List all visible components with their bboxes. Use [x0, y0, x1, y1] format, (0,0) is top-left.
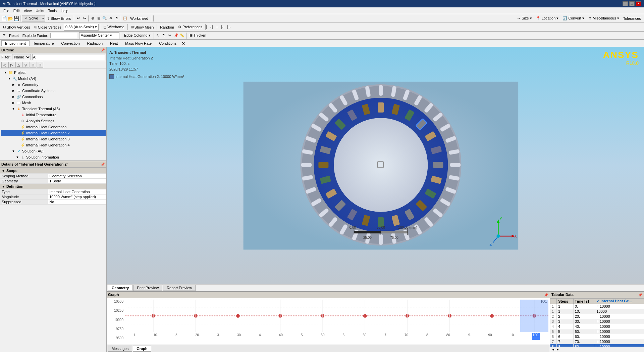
menu-tools[interactable]: Tools	[46, 8, 59, 13]
tabular-row-5[interactable]: 4 4 40. = 10000	[550, 324, 644, 329]
graph-pin[interactable]: 📌	[544, 293, 548, 297]
show-errors-button[interactable]: ? Show Errors	[46, 16, 73, 21]
tolerances-button[interactable]: Tolerances	[622, 16, 643, 21]
worksheet-icon[interactable]: 📋	[122, 16, 128, 21]
show-vertices-button[interactable]: ⊡ Show Vertices	[1, 24, 32, 30]
tabular-row-6[interactable]: 5 5 50. = 10000	[550, 329, 644, 334]
outline-back-button[interactable]: ◁	[1, 62, 8, 68]
btab-messages[interactable]: Messages	[108, 346, 132, 352]
tab-environment[interactable]: Environment	[1, 40, 30, 46]
tree-item-connections[interactable]: ▶ 🔗 Connections	[1, 94, 106, 100]
tabular-row-7[interactable]: 6 6 60. = 10000	[550, 334, 644, 339]
tree-toggle-ihg1[interactable]	[15, 125, 19, 129]
tree-toggle-sol-info[interactable]: ▼	[15, 155, 19, 159]
maximize-button[interactable]: □	[629, 1, 635, 6]
geometry-value[interactable]: 1 Body	[48, 179, 106, 184]
tree-item-sol-info[interactable]: ▼ ℹ Solution Information	[1, 154, 106, 160]
tree-item-mesh[interactable]: ▶ ⊞ Mesh	[1, 100, 106, 106]
tree-toggle-ihg2[interactable]	[15, 131, 19, 135]
tab-mass-flow-rate[interactable]: Mass Flow Rate	[121, 40, 155, 46]
details-pin[interactable]: 📌	[100, 162, 105, 167]
zoom-fit-icon[interactable]: ⊕	[90, 16, 95, 21]
outline-forward-button[interactable]: ▷	[8, 62, 15, 68]
vtab-print-preview[interactable]: Print Preview	[133, 285, 162, 291]
tab-convection[interactable]: Convection	[58, 40, 84, 46]
tabular-row-8[interactable]: 7 7 70. = 10000	[550, 339, 644, 344]
tree-toggle-project[interactable]: ▼	[3, 71, 7, 75]
outline-up-button[interactable]: △	[15, 62, 22, 68]
menu-edit[interactable]: Edit	[11, 8, 22, 13]
convert-button[interactable]: 🔄 Convert ▾	[561, 15, 586, 21]
reset-icon[interactable]: ⟳	[1, 33, 7, 38]
annot1-icon[interactable]: ⎸←	[207, 25, 212, 30]
solve-button[interactable]: ✓ Solve	[22, 15, 41, 21]
tree-item-ihg3[interactable]: ⚡ Internal Heat Generation 3	[1, 136, 106, 142]
tab-temperature[interactable]: Temperature	[30, 40, 58, 46]
minimize-button[interactable]: —	[623, 1, 628, 6]
btab-graph[interactable]: Graph	[133, 346, 151, 352]
menu-view[interactable]: View	[22, 8, 34, 13]
wireframe-button[interactable]: ◻ Wireframe	[102, 24, 126, 30]
annot2-icon[interactable]: ⎸→	[213, 25, 218, 30]
tabular-row-2[interactable]: 1 1 10. 10000	[550, 309, 644, 314]
size-button[interactable]: ↔ Size ▾	[515, 15, 534, 21]
tree-item-geometry[interactable]: ▶ ◈ Geometry	[1, 82, 106, 88]
location-button[interactable]: 📍 Location ▾	[534, 15, 560, 21]
filter-select[interactable]: Name	[12, 54, 31, 60]
solve-dropdown[interactable]: ▾	[41, 16, 45, 21]
tree-toggle-geometry[interactable]: ▶	[11, 83, 15, 87]
tree-item-solution[interactable]: ▼ ✓ Solution (A6)	[1, 148, 106, 154]
tab-conditions[interactable]: Conditions	[155, 40, 180, 46]
tree-toggle-transient[interactable]: ▼	[11, 107, 15, 111]
random-button[interactable]: Random	[158, 25, 176, 30]
annot3-icon[interactable]: ⎹←	[219, 25, 224, 30]
window-controls[interactable]: — □ ✕	[623, 1, 641, 6]
tree-toggle-ihg3[interactable]	[15, 137, 19, 141]
tree-toggle-coord[interactable]: ▶	[11, 89, 15, 93]
tree-toggle-model[interactable]: ▼	[7, 77, 11, 81]
cut-icon[interactable]: ✂	[167, 33, 173, 38]
zoom-in-icon[interactable]: 🔍	[102, 16, 107, 21]
magnitude-value[interactable]: 10000 W/mm² (step applied)	[48, 194, 106, 200]
close-vertices-button[interactable]: ⊞ Close Vertices	[33, 24, 63, 30]
menu-help[interactable]: Help	[59, 8, 70, 13]
tree-item-ihg2[interactable]: ⚡ Internal Heat Generation 2	[1, 130, 106, 136]
tree-item-model[interactable]: ▼ 🔧 Model (A4)	[1, 76, 106, 82]
redo-icon[interactable]: ↪	[82, 16, 87, 21]
zoom-box-icon[interactable]: ⊞	[96, 16, 101, 21]
thicken-button[interactable]: ⊞ Thicken	[188, 33, 208, 38]
filter-input[interactable]	[32, 54, 105, 60]
suppressed-value[interactable]: No	[48, 200, 106, 205]
tree-toggle-analysis[interactable]	[15, 119, 19, 123]
tree-item-transient[interactable]: ▼ 🌡 Transient Thermal (A5)	[1, 106, 106, 112]
tabular-row-9[interactable]: 8 8 80. = 10000	[550, 344, 644, 347]
tab-radiation[interactable]: Radiation	[84, 40, 106, 46]
menu-units[interactable]: Units	[34, 8, 46, 13]
annot4-icon[interactable]: ⎹→	[225, 25, 230, 30]
assembly-center-dropdown[interactable]: Assembly Center ▾	[79, 32, 119, 39]
tab-heat[interactable]: Heat	[106, 40, 121, 46]
explode-slider[interactable]	[50, 33, 77, 38]
close-tab-icon[interactable]: ✕	[181, 41, 185, 46]
new-icon[interactable]: 📄	[1, 16, 7, 21]
reset-button[interactable]: Reset	[7, 33, 20, 38]
undo-icon[interactable]: ↩	[75, 16, 81, 21]
tree-item-init-temp[interactable]: 🌡 Initial Temperature	[1, 112, 106, 118]
tabular-pin[interactable]: 📌	[638, 293, 643, 297]
tree-toggle-init-temp[interactable]	[15, 113, 19, 117]
type-value[interactable]: Internal Heat Generation	[48, 189, 106, 194]
pan-icon[interactable]: ✥	[108, 16, 113, 21]
outline-expand-button[interactable]: ⊞	[30, 62, 36, 68]
scoping-method-value[interactable]: Geometry Selection	[48, 174, 106, 179]
tree-item-ihg4[interactable]: ⚡ Internal Heat Generation 4	[1, 142, 106, 148]
close-button[interactable]: ✕	[636, 1, 641, 6]
pin-icon[interactable]: 📌	[173, 33, 179, 38]
worksheet-button[interactable]: Worksheet	[128, 16, 149, 21]
tabular-row-3[interactable]: 2 2 20. = 10000	[550, 314, 644, 319]
menu-file[interactable]: File	[1, 8, 11, 13]
tree-item-coord[interactable]: ▶ ⊕ Coordinate Systems	[1, 88, 106, 94]
tree-toggle-connections[interactable]: ▶	[11, 95, 15, 99]
select-icon[interactable]: ↖	[155, 33, 161, 38]
viewport[interactable]: A: Transient Thermal Internal Heat Gener…	[107, 47, 644, 284]
rotate-icon[interactable]: ↻	[114, 16, 119, 21]
